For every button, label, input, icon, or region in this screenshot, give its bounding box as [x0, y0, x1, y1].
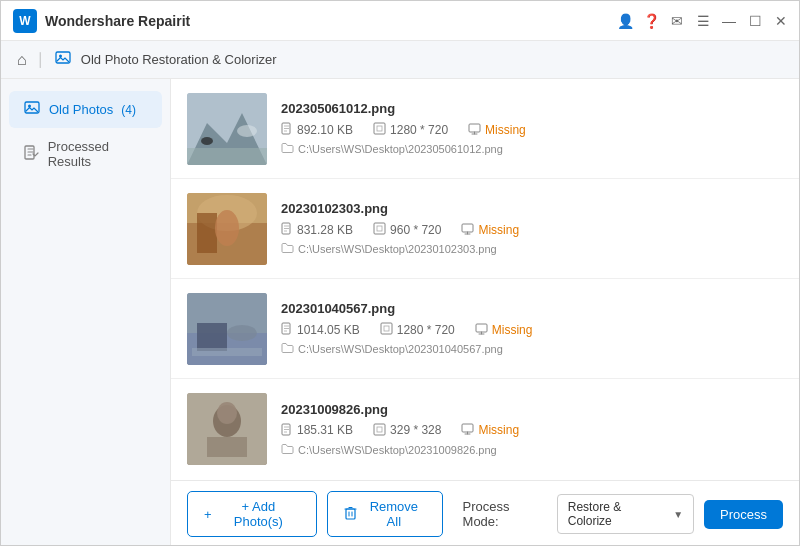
- titlebar: W Wondershare Repairit 👤 ❓ ✉ ☰ — ☐ ✕: [1, 1, 799, 41]
- svg-point-8: [201, 137, 213, 145]
- titlebar-left: W Wondershare Repairit: [13, 9, 190, 33]
- table-row: ··· 202301040567.png: [171, 279, 799, 379]
- photo-filename: 202301040567.png: [281, 301, 783, 316]
- svg-rect-35: [207, 437, 247, 457]
- file-size: 892.10 KB: [281, 122, 353, 137]
- minimize-button[interactable]: —: [723, 15, 735, 27]
- svg-rect-25: [197, 323, 227, 351]
- file-size: 1014.05 KB: [281, 322, 360, 337]
- remove-all-label: Remove All: [362, 499, 425, 529]
- sidebar: Old Photos (4) Processed Results: [1, 79, 171, 546]
- menu-icon[interactable]: ☰: [697, 15, 709, 27]
- dimensions: 960 * 720: [373, 222, 441, 237]
- dimensions-icon: [373, 122, 386, 137]
- navbar: ⌂ │ Old Photo Restoration & Colorizer: [1, 41, 799, 79]
- nav-title: Old Photo Restoration & Colorizer: [81, 52, 277, 67]
- table-row: ··· 202305061012.png: [171, 79, 799, 179]
- status-badge: Missing: [468, 123, 526, 137]
- folder-icon: [281, 342, 294, 356]
- add-photos-label: + Add Photo(s): [217, 499, 301, 529]
- add-icon: +: [204, 507, 212, 522]
- dimensions: 329 * 328: [373, 423, 441, 438]
- photo-filename: 20231009826.png: [281, 402, 783, 417]
- maximize-button[interactable]: ☐: [749, 15, 761, 27]
- svg-rect-22: [462, 224, 473, 232]
- main-layout: Old Photos (4) Processed Results ···: [1, 79, 799, 546]
- svg-rect-20: [374, 223, 385, 234]
- photo-thumbnail: ···: [187, 193, 267, 265]
- file-icon: [281, 122, 293, 137]
- svg-rect-13: [469, 124, 480, 132]
- svg-rect-21: [377, 226, 382, 231]
- process-mode-select[interactable]: Restore & Colorize ▼: [557, 494, 694, 534]
- trash-icon: [344, 506, 357, 523]
- app-title: Wondershare Repairit: [45, 13, 190, 29]
- svg-rect-29: [381, 323, 392, 334]
- photo-info: 20230102303.png 831.28 KB 96: [281, 201, 783, 256]
- old-photos-icon: [23, 100, 41, 119]
- file-icon: [281, 222, 293, 237]
- file-path: C:\Users\WS\Desktop\202305061012.png: [281, 142, 783, 156]
- photo-info: 202301040567.png 1014.05 KB: [281, 301, 783, 356]
- dimensions-icon: [373, 423, 386, 438]
- file-size: 185.31 KB: [281, 423, 353, 438]
- svg-rect-39: [462, 424, 473, 432]
- photo-meta: 892.10 KB 1280 * 720 Missi: [281, 122, 783, 137]
- photo-info: 202305061012.png 892.10 KB 1: [281, 101, 783, 156]
- svg-rect-30: [384, 326, 389, 331]
- titlebar-icons: 👤 ❓ ✉ ☰ — ☐ ✕: [619, 15, 787, 27]
- photo-thumbnail: ···: [187, 93, 267, 165]
- photo-meta: 1014.05 KB 1280 * 720 Miss: [281, 322, 783, 337]
- status-badge: Missing: [461, 423, 519, 437]
- photo-meta: 185.31 KB 329 * 328 Missin: [281, 423, 783, 438]
- svg-rect-37: [374, 424, 385, 435]
- process-mode-value: Restore & Colorize: [568, 500, 665, 528]
- dimensions-icon: [373, 222, 386, 237]
- process-button[interactable]: Process: [704, 500, 783, 529]
- photo-meta: 831.28 KB 960 * 720 Missin: [281, 222, 783, 237]
- folder-icon: [281, 242, 294, 256]
- add-photos-button[interactable]: + + Add Photo(s): [187, 491, 317, 537]
- table-row: ··· 20231009826.png: [171, 379, 799, 479]
- file-size: 831.28 KB: [281, 222, 353, 237]
- sidebar-item-old-photos[interactable]: Old Photos (4): [9, 91, 162, 128]
- user-icon[interactable]: 👤: [619, 15, 631, 27]
- file-path: C:\Users\WS\Desktop\20231009826.png: [281, 443, 783, 457]
- photo-nav-icon: [55, 50, 71, 69]
- svg-rect-17: [197, 213, 217, 253]
- svg-rect-38: [377, 427, 382, 432]
- chevron-down-icon: ▼: [673, 509, 683, 520]
- svg-rect-12: [377, 126, 382, 131]
- sidebar-item-processed-results[interactable]: Processed Results: [9, 130, 162, 178]
- help-icon[interactable]: ❓: [645, 15, 657, 27]
- monitor-icon: [461, 423, 474, 437]
- remove-all-button[interactable]: Remove All: [327, 491, 442, 537]
- close-button[interactable]: ✕: [775, 15, 787, 27]
- file-path: C:\Users\WS\Desktop\20230102303.png: [281, 242, 783, 256]
- home-icon[interactable]: ⌂: [17, 51, 27, 69]
- svg-rect-27: [192, 348, 262, 356]
- svg-point-26: [227, 325, 257, 341]
- photo-filename: 202305061012.png: [281, 101, 783, 116]
- process-label: Process: [720, 507, 767, 522]
- dimensions: 1280 * 720: [380, 322, 455, 337]
- mail-icon[interactable]: ✉: [671, 15, 683, 27]
- dimensions: 1280 * 720: [373, 122, 448, 137]
- app-logo: W: [13, 9, 37, 33]
- file-path: C:\Users\WS\Desktop\202301040567.png: [281, 342, 783, 356]
- old-photos-label: Old Photos: [49, 102, 113, 117]
- svg-rect-7: [187, 148, 267, 165]
- dimensions-icon: [380, 322, 393, 337]
- svg-point-18: [215, 210, 239, 246]
- process-mode-label: Process Mode:: [463, 499, 547, 529]
- status-badge: Missing: [461, 223, 519, 237]
- file-icon: [281, 423, 293, 438]
- file-icon: [281, 322, 293, 337]
- folder-icon: [281, 443, 294, 457]
- photo-thumbnail: ···: [187, 293, 267, 365]
- content-area: ··· 202305061012.png: [171, 79, 799, 546]
- svg-point-34: [217, 402, 237, 424]
- photo-thumbnail: ···: [187, 393, 267, 465]
- photo-filename: 20230102303.png: [281, 201, 783, 216]
- svg-rect-11: [374, 123, 385, 134]
